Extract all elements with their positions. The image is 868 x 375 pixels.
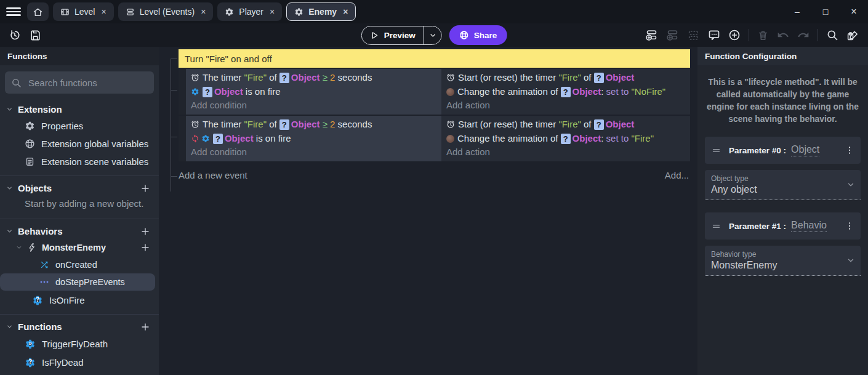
close-tab-icon[interactable]: × [343,7,348,17]
sidebar-title: Functions [0,47,159,65]
version-history-icon[interactable] [9,29,21,41]
drag-handle-icon[interactable] [711,221,721,232]
section-extension-header[interactable]: Extension [0,102,159,117]
add-action-link[interactable]: Add action [446,99,685,112]
close-tab-icon[interactable]: × [270,7,275,17]
add-more-link[interactable]: Add... [665,170,690,180]
globe-icon [459,30,469,40]
behavior-type-select[interactable]: Behavior type MonsterEnemy [705,246,861,276]
tab-level[interactable]: Level× [53,2,114,21]
object-type-label: Object type [711,174,842,183]
add-function-icon[interactable] [140,322,150,332]
tab-player[interactable]: Player× [217,2,282,21]
tab-label: Enemy [308,7,337,17]
add-comment-icon[interactable] [708,29,720,41]
sidebar-item-properties[interactable]: Properties [0,117,159,135]
behavior-monsterenemy[interactable]: MonsterEnemy [0,239,159,256]
share-label: Share [474,31,497,40]
parameter-1-name-field[interactable]: Behavio [791,220,827,232]
add-condition-link[interactable]: Add condition [191,145,436,159]
condition-is-on-fire[interactable]: ?Object is on fire [191,84,436,99]
main-menu-icon[interactable] [6,4,21,19]
behavior-type-label: Behavior type [711,250,842,259]
condition-is-on-fire-inverted[interactable]: ?Object is on fire [191,131,436,145]
add-event-icon[interactable] [645,29,658,42]
events-sheet-icon [126,7,135,17]
extension-icon [294,7,303,17]
behavior-gear-icon [201,134,210,143]
object-param-badge: ? [279,119,289,130]
event-1-actions: Start (or reset) the timer "Fire" of ?Ob… [441,69,690,115]
object-param-badge: ? [213,134,223,144]
section-behaviors-header[interactable]: Behaviors [0,224,159,239]
sidebar-item-scene-variables[interactable]: Extension scene variables [0,153,159,171]
function-triggerflydeath[interactable]: »TriggerFlyDeath [0,334,159,353]
object-param-badge: ? [594,73,604,83]
add-circle-icon[interactable] [728,29,741,41]
events-sheet: Turn "Fire" on and off The timer "Fire" … [159,47,697,375]
save-icon[interactable] [30,30,41,41]
search-icon[interactable] [826,29,838,41]
section-title: Objects [18,183,52,193]
comment-event[interactable]: Turn "Fire" on and off [179,49,690,68]
function-isflydead[interactable]: ?IsFlyDead [0,353,159,371]
toolbar-separator [749,29,749,41]
undo-icon [777,29,789,41]
minimize-button[interactable]: – [783,7,811,17]
method-dostepprevents[interactable]: doStepPreEvents [0,273,155,291]
object-type-select[interactable]: Object type Any object [705,170,861,200]
alarm-clock-icon [446,120,455,129]
function-isonfire[interactable]: ?IsOnFire [0,291,159,309]
close-tab-icon[interactable]: × [201,7,206,17]
action-start-timer[interactable]: Start (or reset) the timer "Fire" of ?Ob… [446,117,685,131]
drag-handle-icon[interactable] [711,145,721,156]
close-tab-icon[interactable]: × [101,7,106,17]
chevron-down-icon [6,323,13,330]
condition-timer[interactable]: The timer "Fire" of ?Object ≥ 2 seconds [191,70,436,84]
section-objects-header[interactable]: Objects [0,180,159,196]
preview-button[interactable]: Preview [361,26,442,45]
kebab-menu-icon[interactable] [845,145,854,155]
close-button[interactable]: × [840,6,868,17]
edit-extension-icon[interactable] [846,29,859,42]
event-drag-strip[interactable] [179,69,186,115]
object-param-badge: ? [203,87,212,97]
add-object-icon[interactable] [140,183,150,193]
search-functions-box[interactable] [5,71,154,94]
share-button[interactable]: Share [449,25,507,45]
action-start-timer[interactable]: Start (or reset) the timer "Fire" of ?Ob… [446,70,685,84]
action-change-animation[interactable]: Change the animation of ?Object: set to … [446,84,685,99]
chevron-down-icon [16,244,22,251]
gdevelop-window: Level× Level (Events)× Player× Enemy× – … [0,0,868,375]
config-panel-title: Function Configuration [697,47,868,65]
parameter-1-card[interactable]: Parameter #1 : Behavio [705,212,861,240]
window-controls: – □ × [783,0,868,23]
section-objects: Objects Start by adding a new object. [0,175,159,216]
kebab-menu-icon[interactable] [845,221,854,231]
event-2-conditions: The timer "Fire" of ?Object ≥ 2 seconds … [186,116,441,161]
invert-condition-icon [191,134,199,143]
condition-timer[interactable]: The timer "Fire" of ?Object ≥ 2 seconds [191,117,436,131]
search-functions-input[interactable] [27,77,152,89]
object-param-badge: ? [594,119,604,130]
sidebar-item-global-variables[interactable]: Extension global variables [0,135,159,153]
add-condition-link[interactable]: Add condition [191,99,436,112]
parameter-0-name-field[interactable]: Object [791,144,819,156]
preview-dropdown[interactable] [424,26,441,44]
add-action-link[interactable]: Add action [446,145,685,159]
action-change-animation[interactable]: Change the animation of ?Object: set to … [446,131,685,145]
parameter-0-card[interactable]: Parameter #0 : Object [705,137,861,164]
method-oncreated[interactable]: onCreated [0,256,159,273]
section-functions-header[interactable]: Functions [0,319,159,334]
tab-home[interactable] [27,2,49,21]
toolbar-separator [818,29,818,41]
tab-enemy[interactable]: Enemy× [286,2,356,21]
event-drag-strip[interactable] [179,116,186,161]
maximize-button[interactable]: □ [811,7,840,17]
add-new-event-link[interactable]: Add a new event [179,170,247,180]
add-subevent-icon [666,29,679,42]
add-function-to-behavior-icon[interactable] [140,243,150,252]
play-icon [370,31,379,40]
tab-level-events[interactable]: Level (Events)× [118,2,214,21]
add-behavior-icon[interactable] [140,227,150,236]
